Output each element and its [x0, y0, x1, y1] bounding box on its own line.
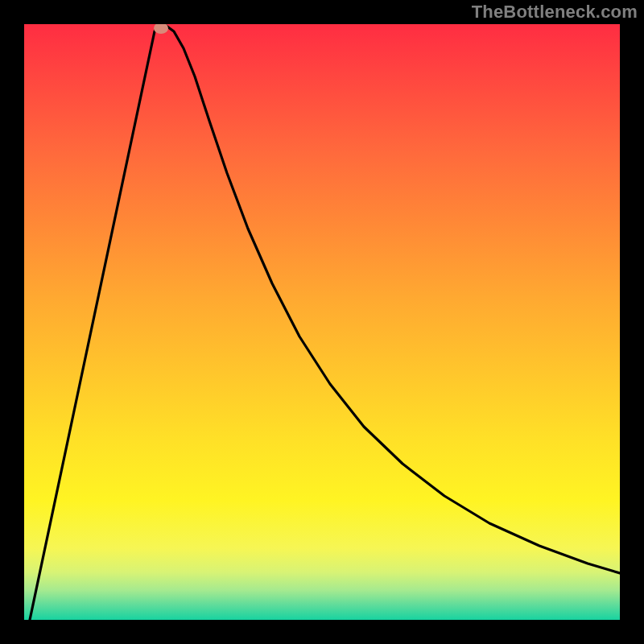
curve-svg: [24, 24, 620, 620]
bottleneck-curve: [30, 24, 620, 620]
chart-frame: TheBottleneck.com: [0, 0, 644, 644]
plot-area: [24, 24, 620, 620]
watermark-text: TheBottleneck.com: [472, 2, 638, 23]
optimal-point-marker: [154, 24, 168, 34]
